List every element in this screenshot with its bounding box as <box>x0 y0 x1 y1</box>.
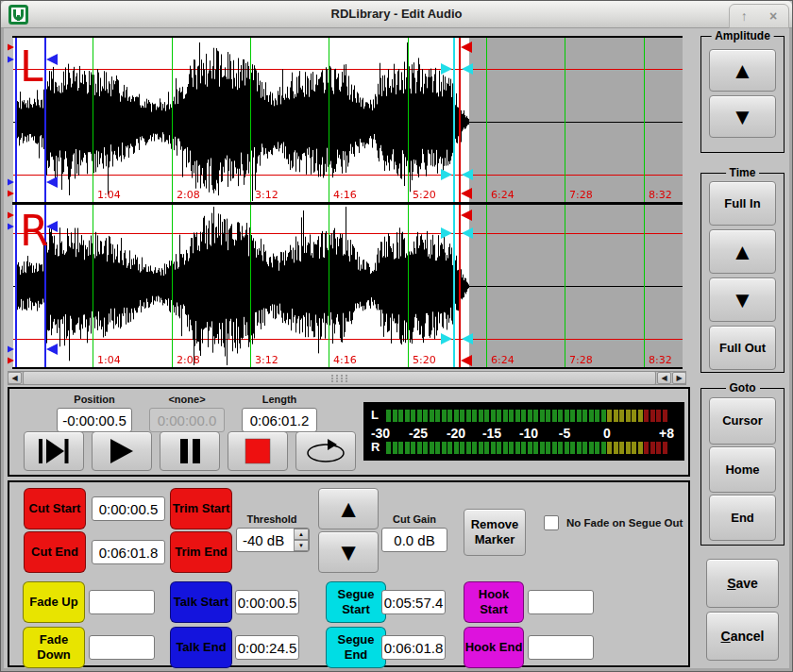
position-label: Position <box>57 394 132 405</box>
goto-cursor-button[interactable]: Cursor <box>709 397 776 445</box>
marker-readout-field: <none> 0:00:00.0 <box>149 394 225 432</box>
segue-end-button[interactable]: Segue End <box>326 627 386 668</box>
remove-marker-button[interactable]: Remove Marker <box>464 509 526 556</box>
gain-down-button[interactable]: ▼ <box>318 531 379 573</box>
goto-home-button[interactable]: Home <box>709 446 776 493</box>
hook-end-value[interactable] <box>528 635 594 660</box>
waveform-display[interactable] <box>8 36 686 369</box>
cut-end-button[interactable]: Cut End <box>24 531 86 573</box>
down-arrow-icon: ▼ <box>336 540 361 564</box>
down-arrow-icon: ▼ <box>732 289 754 311</box>
scrollbar-thumb[interactable] <box>23 371 656 385</box>
talk-start-value[interactable]: 0:00:00.5 <box>235 590 299 614</box>
cut-start-button[interactable]: Cut Start <box>24 488 86 529</box>
window-controls: ↑ × <box>729 4 789 28</box>
meter-right-label: R <box>371 440 380 454</box>
cut-gain-value[interactable]: 0.0 dB <box>381 528 447 552</box>
titlebar[interactable]: RDLibrary - Edit Audio ↑ × <box>1 1 792 28</box>
cancel-button[interactable]: Cancel <box>706 612 779 661</box>
down-arrow-icon: ▼ <box>732 106 754 128</box>
amplitude-up-button[interactable]: ▲ <box>709 49 776 92</box>
hook-start-value[interactable] <box>528 590 594 614</box>
window-title: RDLibrary - Edit Audio <box>1 7 792 21</box>
edit-panel: Cut Start 0:00:00.5 Cut End 0:06:01.8 Tr… <box>8 480 690 667</box>
waveform-scrollbar[interactable]: ◀ ◀ ▶ <box>8 371 686 385</box>
meter-left-bar <box>386 410 669 422</box>
edit-audio-dialog: RDLibrary - Edit Audio ↑ × ◀ ◀ ▶ Positio… <box>0 0 793 672</box>
segue-start-value[interactable]: 0:05:57.4 <box>381 590 446 614</box>
play-icon <box>108 438 136 464</box>
fade-up-value[interactable] <box>89 590 155 614</box>
length-value: 0:06:01.2 <box>242 408 317 432</box>
window-frame-right <box>789 28 792 671</box>
gain-up-button[interactable]: ▲ <box>318 488 379 529</box>
hook-start-button[interactable]: Hook Start <box>464 581 524 623</box>
up-arrow-icon: ▲ <box>732 241 754 263</box>
window-frame-bottom <box>1 668 792 671</box>
time-zoom-in-button[interactable]: ▲ <box>709 229 776 274</box>
position-field: Position -0:00:00.5 <box>57 394 132 432</box>
scrollbar-grip <box>331 375 333 377</box>
threshold-spin-buttons: ▲ ▼ <box>294 529 309 551</box>
time-full-in-button[interactable]: Full In <box>709 181 776 226</box>
marker-readout-value: 0:00:00.0 <box>149 408 225 432</box>
fade-up-button[interactable]: Fade Up <box>23 581 85 623</box>
scroll-left-icon[interactable]: ◀ <box>8 372 22 384</box>
position-value: -0:00:00.5 <box>57 408 132 432</box>
fade-down-value[interactable] <box>89 635 155 660</box>
play-from-start-button[interactable] <box>24 431 84 471</box>
shade-window-icon[interactable]: ↑ <box>741 9 748 23</box>
segue-end-value[interactable]: 0:06:01.8 <box>381 635 446 660</box>
play-from-start-icon <box>38 438 70 464</box>
talk-end-value[interactable]: 0:00:24.5 <box>235 635 299 660</box>
trim-end-button[interactable]: Trim End <box>170 531 232 573</box>
save-button[interactable]: Save <box>706 559 779 608</box>
play-button[interactable] <box>92 431 152 471</box>
trim-start-button[interactable]: Trim Start <box>170 488 232 529</box>
length-label: Length <box>242 394 317 405</box>
amplitude-group-title: Amplitude <box>711 29 774 42</box>
time-full-out-button[interactable]: Full Out <box>709 326 776 370</box>
amplitude-down-button[interactable]: ▼ <box>709 95 776 138</box>
cut-gain-label: Cut Gain <box>381 513 447 525</box>
meter-left-label: L <box>371 408 379 422</box>
threshold-label: Threshold <box>234 513 310 525</box>
pause-button[interactable] <box>160 431 220 471</box>
talk-start-button[interactable]: Talk Start <box>170 581 232 623</box>
time-zoom-out-button[interactable]: ▼ <box>709 277 776 322</box>
length-field: Length 0:06:01.2 <box>242 394 317 432</box>
threshold-spinbox[interactable]: -40 dB ▲ ▼ <box>236 528 310 552</box>
up-arrow-icon: ▲ <box>732 59 754 82</box>
window-frame-left <box>1 28 4 671</box>
segue-start-button[interactable]: Segue Start <box>326 581 386 623</box>
stop-icon <box>245 438 271 464</box>
loop-icon <box>305 438 346 464</box>
meter-scale: -30-25-20-15-10-50+8 <box>363 426 684 439</box>
goto-group-title: Goto <box>726 381 760 395</box>
marker-readout-label: <none> <box>149 394 225 405</box>
scroll-left-icon-right[interactable]: ◀ <box>657 372 671 384</box>
loop-button[interactable] <box>295 431 356 471</box>
stop-button[interactable] <box>228 431 288 471</box>
cut-start-value[interactable]: 0:00:00.5 <box>92 496 165 521</box>
fade-down-button[interactable]: Fade Down <box>23 627 85 668</box>
transport-panel: Position -0:00:00.5 <none> 0:00:00.0 Len… <box>8 387 690 477</box>
cut-end-value[interactable]: 0:06:01.8 <box>92 540 165 564</box>
audio-meter: L -30-25-20-15-10-50+8 R <box>363 402 684 461</box>
goto-end-button[interactable]: End <box>709 495 776 541</box>
talk-end-button[interactable]: Talk End <box>170 627 232 668</box>
meter-right-bar <box>386 442 669 454</box>
amplitude-group: Amplitude ▲ ▼ <box>700 36 785 153</box>
threshold-spin-up-icon[interactable]: ▲ <box>294 529 309 540</box>
hook-end-button[interactable]: Hook End <box>464 627 524 668</box>
scroll-right-icon[interactable]: ▶ <box>672 372 686 384</box>
goto-group: Goto Cursor Home End <box>700 388 785 546</box>
threshold-spin-down-icon[interactable]: ▼ <box>294 540 309 551</box>
up-arrow-icon: ▲ <box>336 496 361 521</box>
threshold-value[interactable]: -40 dB <box>243 529 284 551</box>
close-window-icon[interactable]: × <box>769 9 777 23</box>
no-fade-label: No Fade on Segue Out <box>566 517 683 529</box>
no-fade-checkbox[interactable] <box>544 515 559 530</box>
pause-icon <box>177 438 203 464</box>
time-group-title: Time <box>726 166 760 179</box>
